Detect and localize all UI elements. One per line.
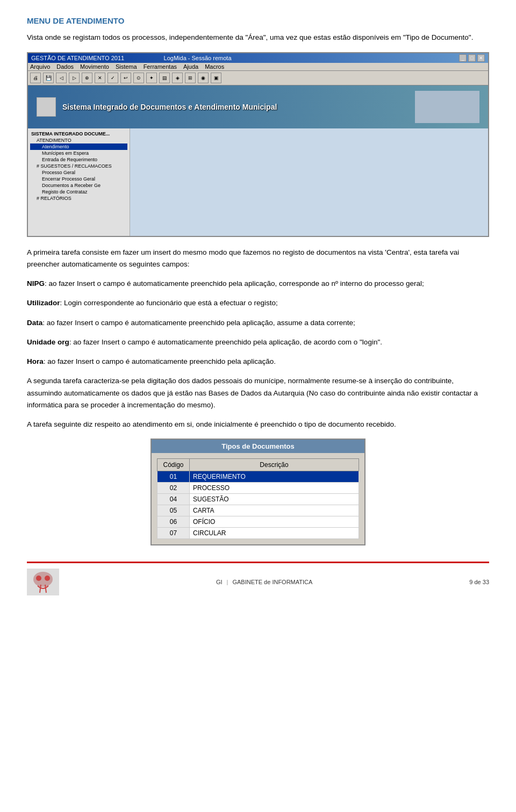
- svg-point-3: [45, 576, 50, 581]
- tree-item-documentos[interactable]: Documentos a Receber Ge: [30, 182, 127, 189]
- data-section: Data: ao fazer Insert o campo é automati…: [27, 317, 489, 329]
- col-header-descricao: Descrição: [190, 458, 359, 471]
- banner-image: [415, 91, 479, 123]
- doc-types-table: Código Descrição 01 REQUERIMENTO 02 PROC…: [157, 458, 359, 539]
- tree-item-sistema[interactable]: SISTEMA INTEGRADO DOCUME...: [30, 131, 127, 137]
- footer-logo-icon: [27, 569, 59, 595]
- window-titlebar: GESTÃO DE ATENDIMENTO 2011 LogMida - Ses…: [28, 53, 488, 63]
- table-row[interactable]: 05 CARTA: [157, 505, 359, 516]
- menu-dados[interactable]: Dados: [56, 63, 74, 70]
- table-cell-description: SUGESTÃO: [190, 493, 359, 505]
- data-paragraph: Data: ao fazer Insert o campo é automati…: [27, 317, 489, 329]
- unidade-section: Unidade org: ao fazer Insert o campo é a…: [27, 336, 489, 348]
- toolbar-btn-7[interactable]: ✓: [108, 73, 118, 83]
- description-1: A primeira tarefa consiste em fazer um i…: [27, 247, 489, 271]
- tree-item-atendimento-group[interactable]: ATENDIMENTO: [30, 137, 127, 143]
- toolbar-btn-15[interactable]: ▣: [211, 73, 221, 83]
- toolbar-btn-3[interactable]: ◁: [56, 73, 67, 83]
- menu-ajuda[interactable]: Ajuda: [183, 63, 198, 70]
- minimize-button[interactable]: _: [459, 54, 467, 62]
- table-row[interactable]: 01 REQUERIMENTO: [157, 471, 359, 482]
- data-label: Data: [27, 319, 42, 327]
- unidade-text: : ao fazer Insert o campo é automaticame…: [69, 338, 382, 346]
- tree-item-encerrar[interactable]: Encerrar Processo Geral: [30, 176, 127, 182]
- unidade-paragraph: Unidade org: ao fazer Insert o campo é a…: [27, 336, 489, 348]
- third-paragraph-section: A tarefa seguinte diz respeito ao atendi…: [27, 419, 489, 430]
- window-title: GESTÃO DE ATENDIMENTO 2011 LogMida - Ses…: [31, 55, 232, 61]
- application-window: GESTÃO DE ATENDIMENTO 2011 LogMida - Ses…: [27, 52, 489, 237]
- second-paragraph-section: A segunda tarefa caracteriza-se pela dig…: [27, 375, 489, 411]
- table-cell-code: 06: [157, 516, 190, 527]
- toolbar-btn-12[interactable]: ◈: [172, 73, 183, 83]
- tree-item-entrada[interactable]: Entrada de Requerimento: [30, 156, 127, 163]
- nipg-label: NIPG: [27, 279, 45, 288]
- toolbar-btn-8[interactable]: ↩: [120, 73, 131, 83]
- utilizador-section: Utilizador: Login correspondente ao func…: [27, 297, 489, 309]
- hora-paragraph: Hora: ao fazer Insert o campo é automati…: [27, 356, 489, 368]
- window-toolbar: 🖨 💾 ◁ ▷ ⊕ ✕ ✓ ↩ ⊙ ✦ ▤ ◈ ⊞ ◉ ▣: [28, 71, 488, 85]
- footer-page-number: 9 de 33: [469, 579, 489, 585]
- table-cell-description: OFÍCIO: [190, 516, 359, 527]
- footer-gi: GI: [216, 579, 223, 585]
- table-cell-code: 04: [157, 493, 190, 505]
- table-row[interactable]: 02 PROCESSO: [157, 482, 359, 493]
- tree-item-atendimento[interactable]: Atendimento: [30, 143, 127, 150]
- unidade-label: Unidade org: [27, 338, 69, 346]
- toolbar-btn-13[interactable]: ⊞: [185, 73, 196, 83]
- utilizador-paragraph: Utilizador: Login correspondente ao func…: [27, 297, 489, 309]
- menu-sistema[interactable]: Sistema: [116, 63, 137, 70]
- hora-label: Hora: [27, 357, 44, 365]
- toolbar-btn-14[interactable]: ◉: [198, 73, 209, 83]
- window-controls: _ □ ✕: [459, 54, 485, 62]
- window-content: SISTEMA INTEGRADO DOCUME... ATENDIMENTO …: [28, 128, 488, 236]
- toolbar-btn-10[interactable]: ✦: [146, 73, 157, 83]
- toolbar-btn-1[interactable]: 🖨: [30, 73, 41, 83]
- close-button[interactable]: ✕: [477, 54, 485, 62]
- banner-logo: [37, 97, 56, 117]
- table-row[interactable]: 07 CIRCULAR: [157, 527, 359, 538]
- col-header-codigo: Código: [157, 458, 190, 471]
- hora-section: Hora: ao fazer Insert o campo é automati…: [27, 356, 489, 368]
- section-title: MENU DE ATENDIMENTO: [27, 16, 489, 25]
- tree-item-registo[interactable]: Registo de Contrataz: [30, 189, 127, 195]
- intro-paragraph: Vista onde se registam todos os processo…: [27, 32, 489, 44]
- maximize-button[interactable]: □: [468, 54, 476, 62]
- svg-point-2: [36, 576, 41, 581]
- doc-types-header: Tipos de Documentos: [152, 440, 364, 453]
- hora-text: : ao fazer Insert o campo é automaticame…: [44, 357, 276, 365]
- tree-item-processo-geral[interactable]: Processo Geral: [30, 169, 127, 176]
- menu-movimento[interactable]: Movimento: [80, 63, 109, 70]
- menu-ferramentas[interactable]: Ferramentas: [144, 63, 177, 70]
- toolbar-btn-6[interactable]: ✕: [95, 73, 105, 83]
- table-cell-description: REQUERIMENTO: [190, 471, 359, 482]
- svg-point-1: [33, 572, 53, 587]
- utilizador-label: Utilizador: [27, 299, 60, 307]
- menu-macros[interactable]: Macros: [205, 63, 224, 70]
- footer-left: [27, 569, 59, 595]
- table-row[interactable]: 04 SUGESTÃO: [157, 493, 359, 505]
- table-row[interactable]: 06 OFÍCIO: [157, 516, 359, 527]
- table-cell-code: 02: [157, 482, 190, 493]
- toolbar-btn-4[interactable]: ▷: [69, 73, 80, 83]
- doc-types-window: Tipos de Documentos Código Descrição 01 …: [150, 439, 366, 545]
- nipg-text: : ao fazer Insert o campo é automaticame…: [45, 279, 424, 288]
- footer-center: GI | GABINETE de INFORMATICA: [216, 579, 312, 585]
- toolbar-btn-2[interactable]: 💾: [43, 73, 54, 83]
- footer-separator: |: [227, 579, 228, 585]
- tree-item-sugestoes[interactable]: # SUGESTOES / RECLAMACOES: [30, 163, 127, 169]
- page-footer: GI | GABINETE de INFORMATICA 9 de 33: [27, 562, 489, 601]
- table-cell-code: 07: [157, 527, 190, 538]
- table-cell-description: PROCESSO: [190, 482, 359, 493]
- toolbar-btn-11[interactable]: ▤: [159, 73, 170, 83]
- menu-arquivo[interactable]: Arquivo: [30, 63, 50, 70]
- table-cell-code: 01: [157, 471, 190, 482]
- tree-item-municipes[interactable]: Munícipes em Espera: [30, 150, 127, 156]
- tree-item-relatorios[interactable]: # RELATÓRIOS: [30, 195, 127, 202]
- toolbar-btn-5[interactable]: ⊕: [82, 73, 92, 83]
- window-menubar: Arquivo Dados Movimento Sistema Ferramen…: [28, 63, 488, 71]
- data-text: : ao fazer Insert o campo é automaticame…: [42, 319, 355, 327]
- toolbar-btn-9[interactable]: ⊙: [133, 73, 144, 83]
- nipg-section: NIPG: ao fazer Insert o campo é automati…: [27, 278, 489, 290]
- utilizador-text: : Login correspondente ao funcionário qu…: [60, 299, 278, 307]
- nipg-paragraph: NIPG: ao fazer Insert o campo é automati…: [27, 278, 489, 290]
